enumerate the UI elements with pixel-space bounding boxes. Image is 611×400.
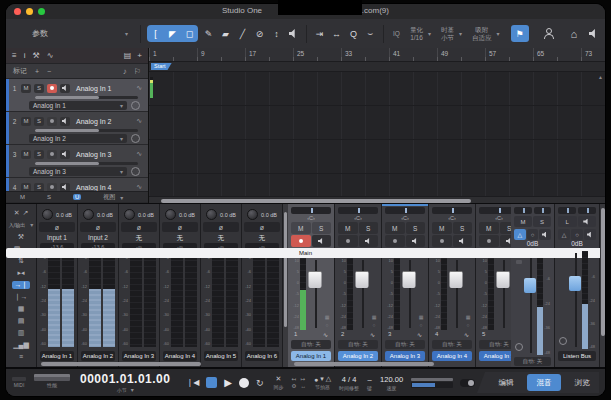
channel-strip[interactable]: ‹C› M S 0dB 1050-5-12-24-48 xyxy=(429,204,476,368)
tool-icon[interactable]: ⚒ xyxy=(32,51,39,60)
track-volume-slider[interactable] xyxy=(35,129,138,132)
channel-mute-button[interactable]: M xyxy=(338,222,358,234)
track-volume-slider[interactable] xyxy=(35,96,138,99)
start-marker[interactable]: Start xyxy=(151,63,172,70)
filter-solo-button[interactable]: S xyxy=(47,194,51,200)
pan-slider[interactable] xyxy=(291,207,331,214)
listen-l-button[interactable]: L xyxy=(558,216,577,227)
automation-mode-button[interactable]: 自动: 关 xyxy=(479,340,511,349)
input-channel-label[interactable]: Analog In 4 xyxy=(163,351,197,361)
track-solo-button[interactable]: S xyxy=(34,183,44,192)
insert-slot-icon[interactable]: ▦ xyxy=(466,314,471,320)
marquee-tool-button[interactable]: ◻ xyxy=(181,25,198,42)
time-display[interactable]: 00001.01.01.00 小节 ▾ xyxy=(80,372,170,393)
metronome-button[interactable]: △ xyxy=(514,229,526,240)
channel-strip[interactable]: ‹C› M S 0dB 1050-5-12-24-48 xyxy=(476,204,511,368)
metronome-icon[interactable]: △ xyxy=(326,375,331,383)
input-gain-icon[interactable] xyxy=(131,101,140,110)
eraser-tool-button[interactable]: ▰ xyxy=(217,25,234,42)
add-track-button[interactable]: + xyxy=(137,51,142,60)
automation-mode-button[interactable]: 自动: 关 xyxy=(432,340,472,349)
sync-toggle[interactable]: ✕ 同步 xyxy=(274,375,284,390)
track-input-select[interactable]: Analog In 3 ▾ xyxy=(29,167,127,176)
channel-fader[interactable] xyxy=(400,258,417,330)
follow-icon[interactable]: ↔ xyxy=(300,383,306,389)
play-button[interactable]: ▶ xyxy=(224,377,232,388)
inspector-icon[interactable]: i xyxy=(24,51,26,60)
narrow-channels-button[interactable]: →❘ xyxy=(12,281,31,289)
polarity-invert-button[interactable]: ø xyxy=(80,222,116,232)
channel-monitor-button[interactable] xyxy=(406,235,426,247)
input-channel-label[interactable]: Analog In 6 xyxy=(245,351,279,361)
time-signature[interactable]: 4 / 4 时间修整 xyxy=(339,375,359,391)
autoscroll-button[interactable]: ⇥ xyxy=(311,25,328,42)
return-to-start-button[interactable]: ❘◀ xyxy=(186,378,199,387)
track-row[interactable]: 1 M S Analog In 1 ∿ An xyxy=(6,79,148,112)
channel-monitor-button[interactable] xyxy=(312,235,332,247)
listen-pan-left-slider[interactable] xyxy=(558,207,576,214)
input-channel-strip[interactable]: 0.0 dB ø 无 -∞ 0-6-12-24-30-40-60 An xyxy=(242,204,283,368)
browse-view-button[interactable]: 浏览 xyxy=(565,374,599,391)
channel-monitor-button[interactable] xyxy=(359,235,379,247)
input-gain-icon[interactable] xyxy=(131,167,140,176)
fader-cap[interactable] xyxy=(449,271,462,288)
cue-icon[interactable]: ○ xyxy=(466,322,469,328)
main-bus-label[interactable]: Main xyxy=(6,248,605,258)
cue-icon[interactable]: ○ xyxy=(372,322,375,328)
input-gain-knob[interactable] xyxy=(247,209,258,220)
track-record-arm-button[interactable] xyxy=(47,84,57,93)
range-tool-button[interactable]: [ xyxy=(147,25,164,42)
track-solo-button[interactable]: S xyxy=(34,150,44,159)
track-record-arm-button[interactable] xyxy=(47,117,57,126)
input-gain-knob[interactable] xyxy=(83,209,94,220)
mono-button[interactable]: ○ xyxy=(527,229,539,240)
track-solo-button[interactable]: S xyxy=(34,117,44,126)
arrange-grid[interactable]: ▲ xyxy=(149,72,605,196)
input-quantize-toggle[interactable]: IQ xyxy=(388,25,405,42)
performance-meter[interactable]: 性能 xyxy=(34,377,70,388)
polarity-invert-button[interactable]: ø xyxy=(244,222,280,232)
track-name[interactable]: Analog In 1 xyxy=(76,85,111,92)
track-solo-button[interactable]: S xyxy=(34,84,44,93)
input-gain-knob[interactable] xyxy=(124,209,135,220)
fader-cap[interactable] xyxy=(496,271,509,288)
metronome-controls[interactable]: ● ▾ △ 节拍器 xyxy=(314,375,331,390)
channel-mute-button[interactable]: M xyxy=(479,222,499,234)
fader-cap[interactable] xyxy=(402,271,415,288)
fader-cap[interactable] xyxy=(524,278,536,293)
channel-mute-button[interactable]: M xyxy=(432,222,452,234)
channel-record-arm-button[interactable] xyxy=(432,235,452,247)
io-panel-toggle[interactable]: 入/输出 xyxy=(9,222,25,228)
polarity-invert-button[interactable]: ø xyxy=(39,222,75,232)
fader-cap[interactable] xyxy=(308,271,321,288)
channel-monitor-button[interactable] xyxy=(500,235,512,247)
channel-name-label[interactable]: Analog In 3 xyxy=(385,351,425,361)
marker-flag-icon[interactable]: ⚐ xyxy=(134,67,141,76)
polarity-invert-button[interactable]: ø xyxy=(203,222,239,232)
main-fader[interactable] xyxy=(523,251,537,355)
main-pan-left-slider[interactable] xyxy=(514,207,532,214)
input-channel-strip[interactable]: 0.0 dB ø 无 -∞ 0-6-12-24-30-40-60 An xyxy=(119,204,160,368)
mix-view-button[interactable]: 混音 xyxy=(527,374,561,391)
add-marker-button[interactable]: + xyxy=(35,68,39,75)
levels-panel-icon[interactable]: ▁▄▆ xyxy=(13,341,29,349)
track-monitor-button[interactable] xyxy=(60,183,70,192)
polarity-invert-button[interactable]: ø xyxy=(121,222,157,232)
channel-strip[interactable]: ‹C› M S 0dB 1050-5-12-24-48 xyxy=(288,204,335,368)
insert-slot-icon[interactable]: ▦ xyxy=(419,314,424,320)
track-row[interactable]: 3 M S Analog In 3 ∿ An xyxy=(6,145,148,178)
main-solo-button[interactable]: S xyxy=(533,216,551,227)
track-volume-slider[interactable] xyxy=(35,162,138,165)
input-channel-label[interactable]: Analog In 1 xyxy=(40,351,74,361)
channel-record-arm-button[interactable] xyxy=(291,235,311,247)
input-channel-strip[interactable]: 0.0 dB ø Input 1 -13.6 0-6-12-24-30-40-6… xyxy=(37,204,78,368)
autopunch-icon[interactable]: ↦ xyxy=(300,376,306,382)
tempo[interactable]: 120.00 速度 xyxy=(380,375,403,391)
home-button[interactable]: ⌂ xyxy=(571,28,578,40)
track-lane[interactable] xyxy=(149,106,605,140)
channel-fader[interactable] xyxy=(447,258,464,330)
pan-slider[interactable] xyxy=(432,207,472,214)
tempo-track-toggle[interactable] xyxy=(460,379,475,387)
channel-name-label[interactable]: Analog In 4 xyxy=(432,351,472,361)
view-filter-dropdown[interactable]: 视图 ▾ xyxy=(103,193,123,202)
